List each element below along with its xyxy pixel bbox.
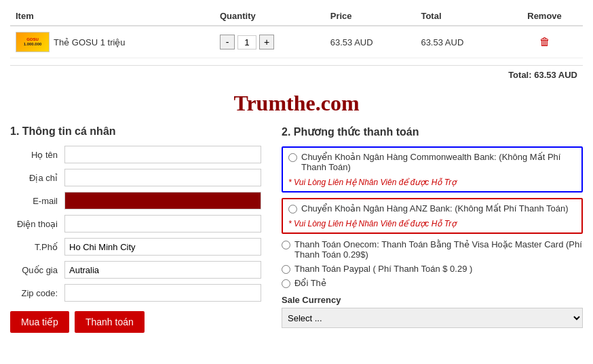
personal-section-title: 1. Thông tin cá nhân — [10, 125, 261, 138]
input-hoten[interactable] — [64, 146, 261, 163]
payment-option-1: Chuyển Khoản Ngân Hàng Commonwealth Bank… — [288, 152, 576, 172]
field-diachi: Địa chỉ — [10, 169, 261, 186]
field-email: E-mail — [10, 192, 261, 209]
form-payment-row: 1. Thông tin cá nhân Họ tên Địa chỉ E-ma… — [10, 125, 583, 333]
payment-radio-3[interactable] — [282, 241, 290, 249]
price-cell: 63.53 AUD — [325, 26, 416, 58]
input-zipcode[interactable] — [64, 284, 261, 302]
field-dienthoai: Điện thoại — [10, 215, 261, 232]
payment-option-3: Thanh Toán Onecom: Thanh Toán Bằng Thẻ V… — [282, 239, 583, 260]
payment-radio-2[interactable] — [288, 205, 297, 214]
qty-input[interactable] — [237, 35, 256, 49]
label-quocgia: Quốc gia — [10, 265, 64, 275]
payment-option-5: Đổi Thẻ — [282, 278, 583, 288]
payment-radio-4[interactable] — [282, 265, 290, 274]
qty-increase-button[interactable]: + — [259, 35, 274, 49]
payment-option-4: Thanh Toán Paypal ( Phí Thanh Toán $ 0.2… — [282, 264, 583, 274]
product-image: GOSU1.000.000 — [16, 32, 50, 52]
payment-section-title: 2. Phương thức thanh toán — [282, 125, 583, 138]
personal-info-section: 1. Thông tin cá nhân Họ tên Địa chỉ E-ma… — [10, 125, 261, 333]
table-row: GOSU1.000.000 Thẻ GOSU 1 triệu - + 63.53… — [10, 26, 583, 58]
payment-sub-2: * Vui Lòng Liên Hệ Nhân Viên để được Hỗ … — [288, 219, 576, 228]
item-name: Thẻ GOSU 1 triệu — [54, 37, 126, 47]
site-title: Trumthe.com — [10, 91, 583, 116]
label-email: E-mail — [10, 196, 64, 206]
item-cell: GOSU1.000.000 Thẻ GOSU 1 triệu — [10, 26, 214, 58]
field-quocgia: Quốc gia — [10, 261, 261, 279]
qty-control: - + — [220, 35, 320, 49]
input-email[interactable] — [64, 192, 261, 209]
next-button[interactable]: Mua tiếp — [10, 311, 69, 333]
col-quantity: Quantity — [214, 7, 325, 26]
payment-sub-1: * Vui Lòng Liên Hệ Nhân Viên để được Hỗ … — [288, 178, 576, 187]
qty-decrease-button[interactable]: - — [220, 35, 235, 49]
col-remove: Remove — [506, 7, 583, 26]
cart-table: Item Quantity Price Total Remove GOSU1.0… — [10, 7, 583, 58]
payment-radio-5[interactable] — [282, 279, 290, 288]
label-diachi: Địa chỉ — [10, 173, 64, 183]
page-container: Item Quantity Price Total Remove GOSU1.0… — [0, 0, 593, 340]
remove-icon[interactable]: 🗑 — [539, 36, 550, 47]
field-hoten: Họ tên — [10, 146, 261, 163]
field-zipcode: Zip code: — [10, 284, 261, 302]
payment-section: 2. Phương thức thanh toán Chuyển Khoản N… — [282, 125, 583, 333]
input-quocgia[interactable] — [64, 261, 261, 279]
payment-label-2: Chuyển Khoản Ngân Hàng ANZ Bank: (Không … — [301, 203, 569, 214]
input-diachi[interactable] — [64, 169, 261, 186]
sale-currency-select[interactable]: Select ... — [282, 308, 583, 328]
input-dienthoai[interactable] — [64, 215, 261, 232]
input-tpho[interactable] — [64, 238, 261, 256]
payment-label-3: Thanh Toán Onecom: Thanh Toán Bằng Thẻ V… — [294, 239, 583, 260]
payment-label-4: Thanh Toán Paypal ( Phí Thanh Toán $ 0.2… — [294, 264, 472, 274]
sale-currency-label: Sale Currency — [282, 295, 583, 305]
label-hoten: Họ tên — [10, 150, 64, 160]
button-row: Mua tiếp Thanh toán — [10, 311, 261, 333]
total-cell: 63.53 AUD — [415, 26, 506, 58]
remove-cell: 🗑 — [506, 26, 583, 58]
label-tpho: T.Phố — [10, 242, 64, 252]
payment-label-1: Chuyển Khoản Ngân Hàng Commonwealth Bank… — [301, 152, 576, 172]
cart-total: Total: 63.53 AUD — [10, 65, 583, 84]
payment-label-5: Đổi Thẻ — [294, 278, 326, 288]
checkout-button[interactable]: Thanh toán — [75, 311, 145, 333]
payment-radio-1[interactable] — [288, 153, 297, 162]
qty-cell: - + — [214, 26, 325, 58]
field-tpho: T.Phố — [10, 238, 261, 256]
label-zipcode: Zip code: — [10, 288, 64, 298]
col-item: Item — [10, 7, 214, 26]
col-price: Price — [325, 7, 416, 26]
payment-option-box-1: Chuyển Khoản Ngân Hàng Commonwealth Bank… — [282, 146, 583, 193]
payment-option-box-2: Chuyển Khoản Ngân Hàng ANZ Bank: (Không … — [282, 198, 583, 234]
payment-option-2: Chuyển Khoản Ngân Hàng ANZ Bank: (Không … — [288, 203, 576, 214]
col-total: Total — [415, 7, 506, 26]
label-dienthoai: Điện thoại — [10, 219, 64, 229]
